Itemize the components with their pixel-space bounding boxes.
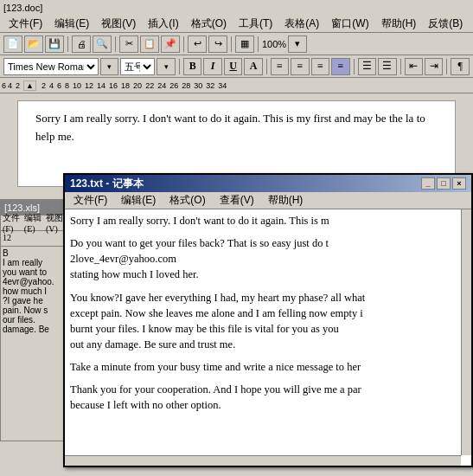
notepad-line-13 [70,375,466,382]
num-list-btn[interactable]: ☰ [378,58,396,75]
notepad-content-area: Sorry I am really sorry. I don't want to… [65,209,471,466]
menu-help[interactable]: 帮助(H) [376,16,422,32]
excel-cell-area: B I am really you want to 4evr@yahoo. ho… [1,247,68,336]
redo-btn[interactable]: ↪ [208,35,227,53]
ruler: 6 4 2 ▲ 2 4 6 8 10 12 14 16 18 20 22 24 … [0,78,473,93]
table-btn[interactable]: ▦ [235,35,254,53]
notepad-minimize-btn[interactable]: _ [421,177,435,190]
paste-btn[interactable]: 📌 [161,35,180,53]
align-left-btn[interactable]: ≡ [271,58,289,75]
sep10 [446,59,447,74]
cut-btn[interactable]: ✂ [119,35,138,53]
notepad-title-text: 123.txt - 记事本 [70,177,421,191]
excel-row-5: 4evr@yahoo. [3,277,67,286]
notepad-line-12: Take a minute from your busy time and wr… [70,359,466,375]
excel-menu-edit[interactable]: 编辑(E) [24,212,44,234]
italic-btn[interactable]: I [203,58,221,75]
word-menu-bar: 文件(F) 编辑(E) 视图(V) 插入(I) 格式(O) 工具(T) 表格(A… [0,16,473,33]
notepad-line-15: because I left with no other option. [70,397,466,413]
excel-row-10: our files. [3,315,67,325]
word-title-bar: [123.doc] [0,0,473,16]
font-selector[interactable]: Times New Roman [3,58,99,75]
excel-row-8: ?I gave he [3,296,67,306]
word-title: [123.doc] [3,3,42,13]
notepad-scrollbar-vertical[interactable] [461,209,471,455]
menu-feedback[interactable]: 反馈(B) [423,16,468,32]
excel-menu: 文件(F) 编辑(E) 视图(V) [1,215,68,231]
notepad-close-btn[interactable]: × [452,177,466,190]
notepad-line-10: out any damage. Be sure and trust me. [70,337,466,352]
notepad-menu-view[interactable]: 查看(V) [214,192,259,209]
notepad-line-1: Sorry I am really sorry. I don't want to… [70,213,466,228]
indent-inc-btn[interactable]: ⇥ [425,58,443,75]
style-btn[interactable]: ¶ [451,58,469,75]
doc-content: Sorry I am really sorry. I don't want to… [35,110,438,146]
menu-insert[interactable]: 插入(I) [143,16,183,32]
list-btn[interactable]: ☰ [358,58,376,75]
save-btn[interactable]: 💾 [45,35,64,53]
sep8 [354,59,355,74]
print-btn[interactable]: 🖨 [72,35,91,53]
justify-btn[interactable]: ≡ [331,58,349,75]
notepad-menu-help[interactable]: 帮助(H) [263,192,309,209]
zoom-label: 100% [262,39,286,49]
excel-row-6: how much I [3,286,67,296]
font-color-btn[interactable]: A [244,58,262,75]
excel-window: [123.xls] 文件(F) 编辑(E) 视图(V) 12 B I am re… [0,199,69,441]
word-window: [123.doc] 文件(F) 编辑(E) 视图(V) 插入(I) 格式(O) … [0,0,473,476]
font-dropdown[interactable]: ▾ [100,58,118,75]
excel-row-4: you want to [3,267,67,277]
excel-menu-file[interactable]: 文件(F) [3,212,22,234]
copy-btn[interactable]: 📋 [140,35,159,53]
format-bar: Times New Roman ▾ 五号 ▾ B I U A ≡ ≡ ≡ ≡ ☰… [0,55,473,78]
sep5 [258,36,259,52]
bold-btn[interactable]: B [183,58,201,75]
notepad-scrollbar-horizontal[interactable] [65,455,461,466]
notepad-maximize-btn[interactable]: □ [437,177,451,190]
notepad-line-9: burnt your files. I know may be this fil… [70,321,466,337]
align-right-btn[interactable]: ≡ [311,58,329,75]
menu-edit[interactable]: 编辑(E) [49,16,94,32]
menu-file[interactable]: 文件(F) [3,16,48,32]
menu-tools[interactable]: 工具(T) [233,16,278,32]
excel-row: B [3,248,67,258]
toolbar-1: 📄 📂 💾 🖨 🔍 ✂ 📋 📌 ↩ ↪ ▦ 100% ▾ [0,33,473,55]
sep1 [67,36,68,52]
menu-window[interactable]: 窗口(W) [326,16,374,32]
notepad-menu-format[interactable]: 格式(O) [164,192,210,209]
align-center-btn[interactable]: ≡ [291,58,309,75]
size-dropdown[interactable]: ▾ [157,58,175,75]
notepad-window-controls: _ □ × [421,177,466,190]
notepad-line-8: except pain. Now she leaves me alone and… [70,306,466,321]
notepad-line-7: You know?I gave her everything I had, my… [70,290,466,306]
sep7 [266,59,267,74]
notepad-menu-file[interactable]: 文件(F) [68,192,112,209]
excel-row-11: damage. Be [3,325,67,334]
excel-row-2: I am really [3,258,67,267]
menu-view[interactable]: 视图(V) [96,16,141,32]
new-btn[interactable]: 📄 [3,35,22,53]
zoom-dropdown[interactable]: ▾ [288,35,307,53]
open-btn[interactable]: 📂 [24,35,43,53]
sep6 [179,59,180,74]
notepad-menu-bar: 文件(F) 编辑(E) 格式(O) 查看(V) 帮助(H) [65,192,471,209]
menu-table[interactable]: 表格(A) [279,16,324,32]
menu-format[interactable]: 格式(O) [186,16,232,32]
excel-cell-ref: 12 [3,233,11,242]
indent-dec-btn[interactable]: ⇤ [405,58,423,75]
notepad-window: 123.txt - 记事本 _ □ × 文件(F) 编辑(E) 格式(O) 查看… [63,173,473,467]
sep9 [400,59,401,74]
excel-row-9: pain. Now s [3,306,67,315]
font-size-selector[interactable]: 五号 [120,58,155,75]
underline-btn[interactable]: U [224,58,242,75]
notepad-line-6 [70,283,466,290]
preview-btn[interactable]: 🔍 [93,35,112,53]
notepad-line-5: stating how much I loved her. [70,267,466,282]
notepad-menu-edit[interactable]: 编辑(E) [116,192,161,209]
notepad-line-3: Do you want to get your files back? That… [70,235,466,251]
undo-btn[interactable]: ↩ [188,35,207,53]
notepad-line-14: Thank you for your cooperation. And I ho… [70,382,466,397]
notepad-line-2 [70,228,466,235]
sep3 [183,36,184,52]
sep2 [115,36,116,52]
